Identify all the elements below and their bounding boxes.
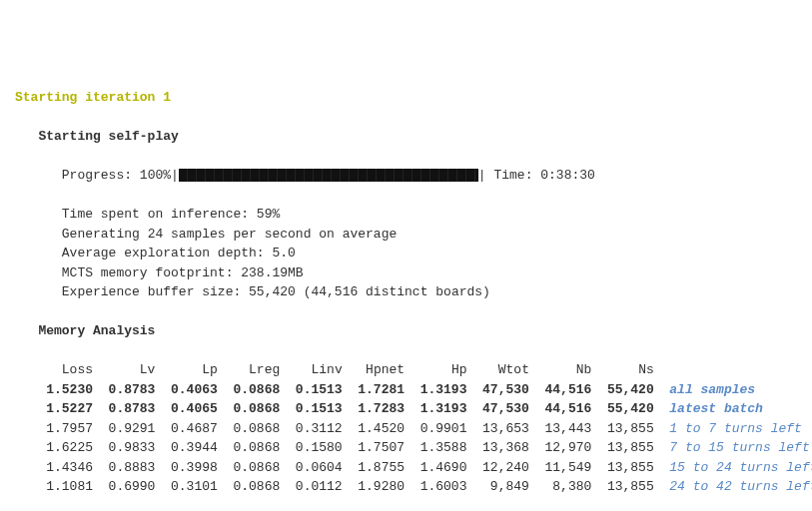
stat-line: Generating 24 samples per second on aver… bbox=[62, 227, 397, 242]
progress-bar bbox=[179, 169, 478, 182]
col-header: Lreg bbox=[226, 362, 281, 377]
memory-table: Loss Lv Lp Lreg Linv Hpnet Hp Wtot Nb Ns… bbox=[15, 360, 797, 497]
progress-label: Progress: 100% bbox=[62, 168, 171, 183]
stat-line: Time spent on inference: 59% bbox=[62, 207, 280, 222]
table-row: 1.4346 0.8883 0.3998 0.0868 0.0604 1.875… bbox=[38, 458, 797, 478]
stat-line: MCTS memory footprint: 238.19MB bbox=[62, 265, 304, 280]
row-comment: 1 to 7 turns left bbox=[669, 421, 802, 436]
table-row: 1.6225 0.9833 0.3944 0.0868 0.1580 1.750… bbox=[38, 438, 797, 458]
iteration-header: Starting iteration 1 bbox=[15, 90, 171, 105]
col-header: Loss bbox=[38, 362, 93, 377]
col-header: Lp bbox=[163, 362, 218, 377]
col-header: Wtot bbox=[474, 362, 529, 377]
col-header: Hp bbox=[412, 362, 467, 377]
row-comment: latest batch bbox=[669, 401, 763, 416]
table-row: 1.1081 0.6990 0.3101 0.0868 0.0112 1.928… bbox=[38, 477, 797, 497]
table-row: 1.5227 0.8783 0.4065 0.0868 0.1513 1.728… bbox=[38, 399, 797, 419]
table-row: 1.5230 0.8783 0.4063 0.0868 0.1513 1.728… bbox=[38, 380, 797, 400]
col-header: Lv bbox=[101, 362, 156, 377]
col-header: Linv bbox=[288, 362, 343, 377]
progress-time: Time: 0:38:30 bbox=[493, 168, 594, 183]
col-header: Nb bbox=[537, 362, 592, 377]
stat-line: Average exploration depth: 5.0 bbox=[62, 246, 296, 260]
col-header: Hpnet bbox=[351, 362, 406, 377]
stat-line: Experience buffer size: 55,420 (44,516 d… bbox=[62, 284, 490, 299]
memory-title: Memory Analysis bbox=[38, 323, 155, 338]
row-comment: 7 to 15 turns left bbox=[669, 440, 809, 455]
col-header: Ns bbox=[599, 362, 654, 377]
selfplay-title: Starting self-play bbox=[38, 129, 178, 144]
row-comment: 15 to 24 turns left bbox=[669, 460, 812, 475]
row-comment: all samples bbox=[669, 382, 755, 397]
table-row: 1.7957 0.9291 0.4687 0.0868 0.3112 1.452… bbox=[38, 419, 797, 439]
row-comment: 24 to 42 turns left bbox=[669, 479, 812, 494]
